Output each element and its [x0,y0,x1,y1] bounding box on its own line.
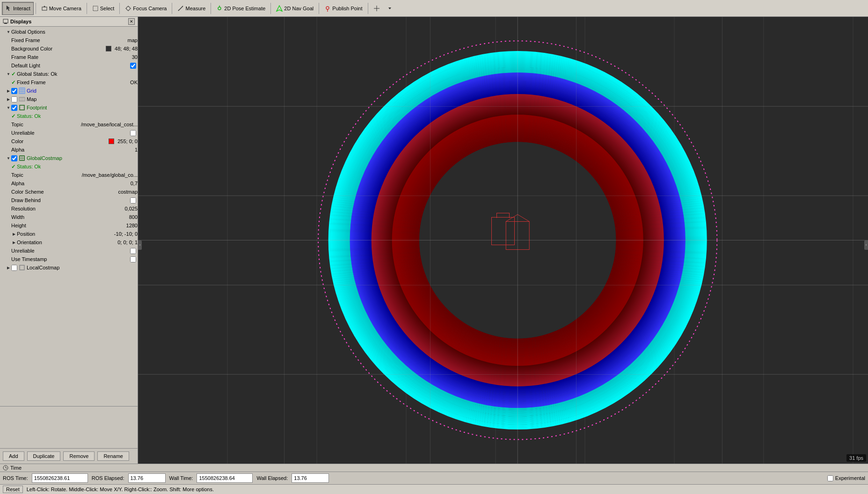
gc-draw-behind-label: Draw Behind [11,197,130,203]
ros-elapsed-input[interactable] [128,473,166,483]
grid-toggle[interactable] [6,88,11,94]
reset-button[interactable]: Reset [3,486,23,493]
measure-button[interactable]: Measure [174,2,209,15]
footprint-checkbox[interactable] [11,105,17,111]
rename-display-button[interactable]: Rename [97,451,129,461]
gc-orientation-toggle[interactable] [11,240,17,245]
grid-line-h4 [138,374,868,375]
gc-draw-behind-checkbox[interactable] [130,197,136,203]
wall-elapsed-input[interactable] [292,473,329,483]
gc-toggle[interactable] [6,155,11,161]
gc-unreliable-label: Unreliable [11,248,130,254]
footprint-unreliable-checkbox[interactable] [130,130,136,136]
gc-topic-value: /move_base/global_co... [82,172,138,178]
map-checkbox[interactable] [11,96,17,102]
default-light-checkbox[interactable] [130,63,136,69]
map-row[interactable]: Map [0,95,138,103]
visualization-area[interactable]: ‹ › 31 fps [138,17,868,464]
gc-timestamp-checkbox[interactable] [130,256,136,262]
map-toggle[interactable] [6,96,11,102]
2d-pose-button[interactable]: 2D Pose Estimate [213,2,269,15]
svg-rect-27 [19,97,25,101]
fixed-frame-value: map [128,37,138,43]
nav-icon [276,5,283,12]
grid-line-h2 [138,196,868,196]
gc-scheme-row: Color Scheme costmap [0,188,138,196]
svg-marker-14 [277,6,282,11]
fixed-frame-status-row: ✓ Fixed Frame OK [0,78,138,87]
fixed-frame-row: Fixed Frame map [0,36,138,44]
footprint-alpha-label: Alpha [11,147,133,153]
gc-draw-behind-row: Draw Behind [0,196,138,204]
gc-topic-label: Topic [11,172,80,178]
wall-time-input[interactable] [197,473,253,483]
toolbar: Interact Move Camera Select Focus Camera [0,0,868,17]
separator7 [319,3,319,14]
global-options-toggle[interactable] [6,29,11,35]
map-label: Map [27,96,138,102]
left-collapse-handle[interactable]: › [138,240,142,250]
fps-display: 31 fps [846,454,866,462]
footprint-topic-value: /move_base/local_cost... [81,122,138,127]
crosshair-button[interactable] [370,2,383,15]
add-display-button[interactable]: Add [3,451,24,461]
grid-row[interactable]: Grid [0,87,138,95]
footprint-row[interactable]: Footprint [0,103,138,112]
local-costmap-row[interactable]: LocalCostmap [0,263,138,272]
bg-color-swatch[interactable] [106,46,111,51]
separator4 [172,3,172,14]
publish-point-button[interactable]: Publish Point [321,2,365,15]
global-options-row[interactable]: Global Options [0,28,138,36]
grid-checkbox[interactable] [11,88,17,94]
footprint-alpha-row: Alpha 1 [0,145,138,154]
experimental-checkbox[interactable] [827,475,833,481]
gc-checkbox[interactable] [11,155,17,161]
cursor-icon [5,5,12,12]
move-camera-button[interactable]: Move Camera [38,2,85,15]
gc-unreliable-row: Unreliable [0,247,138,255]
global-status-icon: ✓ [11,71,15,77]
bg-color-value: 48; 48; 48 [115,46,138,51]
footprint-label: Footprint [27,105,138,110]
gc-orientation-row[interactable]: Orientation 0; 0; 0; 1 [0,238,138,247]
gc-timestamp-row: Use Timestamp [0,255,138,263]
point-icon [324,5,331,12]
gc-resolution-row: Resolution 0,025 [0,204,138,213]
grid-line-v1 [284,17,284,464]
select-icon [92,5,99,12]
dropdown-button[interactable] [384,2,395,15]
interact-button[interactable]: Interact [2,2,34,15]
gc-position-toggle[interactable] [11,231,17,237]
svg-line-37 [6,468,7,468]
time-panel-title: Time [10,465,22,471]
remove-display-button[interactable]: Remove [63,451,95,461]
gc-topic-row: Topic /move_base/global_co... [0,171,138,179]
global-status-row[interactable]: ✓ Global Status: Ok [0,70,138,78]
select-button[interactable]: Select [89,2,118,15]
grid-line-h1 [138,106,868,107]
gc-unreliable-checkbox[interactable] [130,248,136,254]
global-status-toggle[interactable] [6,71,11,77]
ff-status-label: Fixed Frame [17,80,128,85]
2d-nav-button[interactable]: 2D Nav Goal [273,2,317,15]
status-bar: Reset Left-Click: Rotate. Middle-Click: … [0,484,868,494]
ros-time-input[interactable] [32,473,88,483]
right-collapse-handle[interactable]: ‹ [864,240,868,250]
time-header: Time [0,464,868,472]
close-displays-button[interactable]: ✕ [128,18,135,25]
svg-line-8 [178,6,183,11]
lc-toggle[interactable] [6,265,11,270]
focus-camera-button[interactable]: Focus Camera [122,2,170,15]
lc-checkbox[interactable] [11,265,17,271]
footprint-color-swatch[interactable] [109,138,114,144]
svg-marker-19 [388,7,391,9]
footprint-toggle[interactable] [6,105,11,110]
svg-rect-2 [93,6,98,11]
svg-rect-22 [19,88,25,94]
global-costmap-row[interactable]: GlobalCostmap [0,154,138,162]
duplicate-display-button[interactable]: Duplicate [27,451,61,461]
footprint-alpha-value: 1 [135,147,138,153]
displays-header: Displays ✕ [0,17,138,27]
gc-timestamp-label: Use Timestamp [11,256,130,262]
gc-position-row[interactable]: Position -10; -10; 0 [0,230,138,238]
